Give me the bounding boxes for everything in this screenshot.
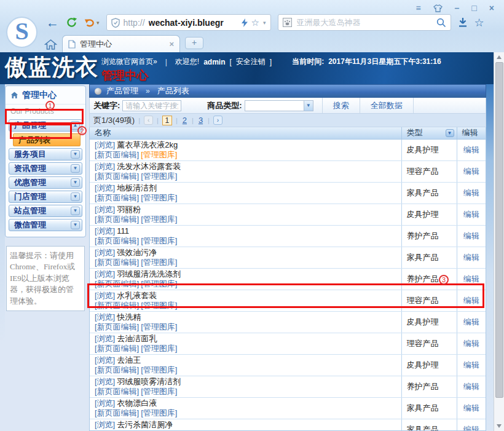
new-page-edit-link[interactable]: [新页面编辑] (95, 301, 139, 310)
browse-link[interactable]: [浏览] (95, 183, 115, 192)
undo-button[interactable]: ▾ (84, 17, 100, 28)
scrollbar-thumb[interactable] (495, 62, 503, 398)
new-page-edit-link[interactable]: [新页面编辑] (95, 279, 139, 288)
tab-admin-center[interactable]: 管理中心 × (62, 35, 180, 52)
bookmark-star-icon[interactable]: ☆ (251, 17, 259, 28)
search-box[interactable] (278, 14, 451, 31)
page-link-2[interactable]: 2 (181, 116, 188, 125)
manage-gallery-link[interactable]: [管理图库] (141, 322, 177, 331)
url-bar[interactable]: http:// wechat-xiyi.bluegr ☆ ▾ (106, 14, 271, 31)
chevron-down-icon[interactable]: ▼ (71, 178, 80, 187)
edit-link[interactable]: 编辑 (463, 382, 479, 391)
tab-close-icon[interactable]: × (169, 39, 174, 49)
view-site-link[interactable]: 浏览微官网首页» (101, 57, 157, 67)
sidebar-item-product-manage[interactable]: 产品管理 ▲ (9, 119, 82, 132)
edit-link[interactable]: 编辑 (463, 274, 479, 283)
browse-link[interactable]: [浏览] (95, 248, 115, 257)
sidebar-item-product-list[interactable]: 产品列表 (13, 133, 81, 146)
chevron-down-icon[interactable]: ▼ (71, 221, 80, 229)
browse-link[interactable]: [浏览] (95, 205, 115, 214)
breadcrumb-page[interactable]: 产品列表 (157, 85, 189, 97)
product-type-select[interactable]: ▼ (245, 100, 313, 111)
breadcrumb-section[interactable]: 产品管理 (106, 85, 138, 97)
minimize-button[interactable]: – (455, 5, 460, 11)
edit-link[interactable]: 编辑 (463, 167, 479, 176)
page-link-3[interactable]: 3 (197, 116, 204, 125)
download-icon[interactable] (458, 17, 468, 28)
sidebar-item-store-manage[interactable]: 门店管理 ▼ (9, 191, 82, 203)
new-page-edit-link[interactable]: [新页面编辑] (95, 150, 139, 159)
maximize-button[interactable]: □ (471, 5, 476, 11)
refresh-button[interactable] (66, 17, 77, 28)
manage-gallery-link[interactable]: [管理图库] (141, 236, 177, 245)
edit-link[interactable]: 编辑 (463, 231, 479, 240)
search-engine-icon[interactable] (283, 18, 292, 27)
sidebar-item-wechat-manage[interactable]: 微信管理 ▼ (9, 219, 82, 231)
sidebar-item-site-manage[interactable]: 站点管理 ▼ (9, 205, 82, 217)
new-page-edit-link[interactable]: [新页面编辑] (95, 344, 139, 353)
scroll-up-arrow[interactable] (497, 55, 502, 59)
manage-gallery-link[interactable]: [管理图库] (141, 344, 177, 353)
search-button[interactable]: 搜索 (323, 100, 360, 111)
edit-link[interactable]: 编辑 (463, 210, 479, 219)
back-button[interactable]: ← (46, 16, 59, 29)
browse-link[interactable]: [浏览] (95, 269, 115, 279)
edit-link[interactable]: 编辑 (463, 296, 479, 305)
new-page-edit-link[interactable]: [新页面编辑] (95, 365, 139, 374)
new-page-edit-link[interactable]: [新页面编辑] (95, 236, 139, 245)
manage-gallery-link[interactable]: [管理图库] (141, 150, 177, 159)
next-page-button[interactable]: › (213, 116, 222, 125)
new-page-edit-link[interactable]: [新页面编辑] (95, 387, 139, 396)
lightning-icon[interactable] (242, 18, 248, 27)
type-filter-dropdown-icon[interactable]: ▼ (446, 129, 454, 137)
all-data-button[interactable]: 全部数据 (360, 100, 413, 111)
keyword-input[interactable] (122, 100, 181, 111)
browse-link[interactable]: [浏览] (95, 291, 115, 300)
manage-gallery-link[interactable]: [管理图库] (141, 193, 177, 202)
new-page-edit-link[interactable]: [新页面编辑] (95, 322, 139, 331)
prev-page-button[interactable]: ‹ (144, 116, 153, 125)
favorites-star-icon[interactable]: ☆ (474, 16, 484, 30)
manage-gallery-link[interactable]: [管理图库] (141, 408, 177, 417)
vertical-scrollbar[interactable] (494, 52, 504, 431)
new-page-edit-link[interactable]: [新页面编辑] (95, 408, 139, 417)
chevron-up-icon[interactable]: ▲ (71, 121, 80, 130)
edit-link[interactable]: 编辑 (463, 360, 479, 370)
home-icon[interactable] (44, 39, 57, 50)
chevron-down-icon[interactable]: ▼ (71, 207, 80, 215)
skin-icon[interactable] (433, 4, 443, 12)
manage-gallery-link[interactable]: [管理图库] (141, 301, 177, 310)
sidebar-item-service-items[interactable]: 服务项目 ▼ (9, 148, 82, 160)
manage-gallery-link[interactable]: [管理图库] (141, 215, 177, 224)
chevron-down-icon[interactable]: ▼ (71, 192, 80, 201)
manage-gallery-link[interactable]: [管理图库] (141, 279, 177, 288)
chevron-down-icon[interactable]: ▼ (71, 164, 80, 173)
url-dropdown-icon[interactable]: ▾ (263, 20, 266, 26)
new-page-edit-link[interactable]: [新页面编辑] (95, 172, 139, 181)
browse-link[interactable]: [浏览] (95, 420, 115, 429)
scroll-down-arrow[interactable] (497, 424, 502, 428)
manage-gallery-link[interactable]: [管理图库] (141, 365, 177, 374)
search-input[interactable] (297, 18, 431, 27)
undo-dropdown-icon[interactable]: ▾ (96, 20, 100, 26)
browse-link[interactable]: [浏览] (95, 312, 115, 322)
new-page-edit-link[interactable]: [新页面编辑] (95, 215, 139, 224)
logout-link[interactable]: 安全注销 (236, 57, 266, 67)
new-page-edit-link[interactable]: [新页面编辑] (95, 258, 139, 267)
manage-gallery-link[interactable]: [管理图库] (141, 258, 177, 267)
edit-link[interactable]: 编辑 (463, 253, 479, 262)
browse-link[interactable]: [浏览] (95, 334, 115, 343)
sidebar-item-promo-manage[interactable]: 优惠管理 ▼ (9, 176, 82, 189)
browse-link[interactable]: [浏览] (95, 162, 115, 171)
browse-link[interactable]: [浏览] (95, 377, 115, 386)
edit-link[interactable]: 编辑 (463, 403, 479, 413)
edit-link[interactable]: 编辑 (463, 188, 479, 197)
new-page-edit-link[interactable]: [新页面编辑] (95, 193, 139, 202)
browse-link[interactable]: [浏览] (95, 140, 115, 149)
edit-link[interactable]: 编辑 (463, 145, 479, 154)
edit-link[interactable]: 编辑 (463, 425, 479, 431)
browse-link[interactable]: [浏览] (95, 355, 115, 365)
sidebar-item-news-manage[interactable]: 资讯管理 ▼ (9, 162, 82, 175)
browse-link[interactable]: [浏览] (95, 226, 115, 235)
new-tab-button[interactable]: + (185, 37, 203, 49)
